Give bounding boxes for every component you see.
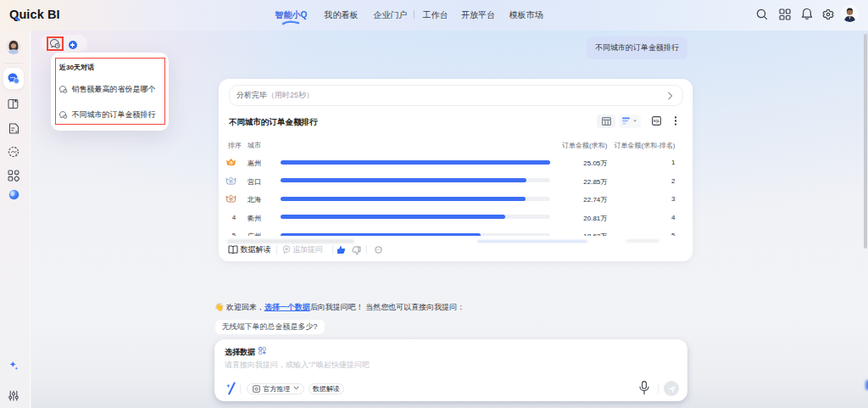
svg-text:SQL: SQL <box>653 120 659 123</box>
